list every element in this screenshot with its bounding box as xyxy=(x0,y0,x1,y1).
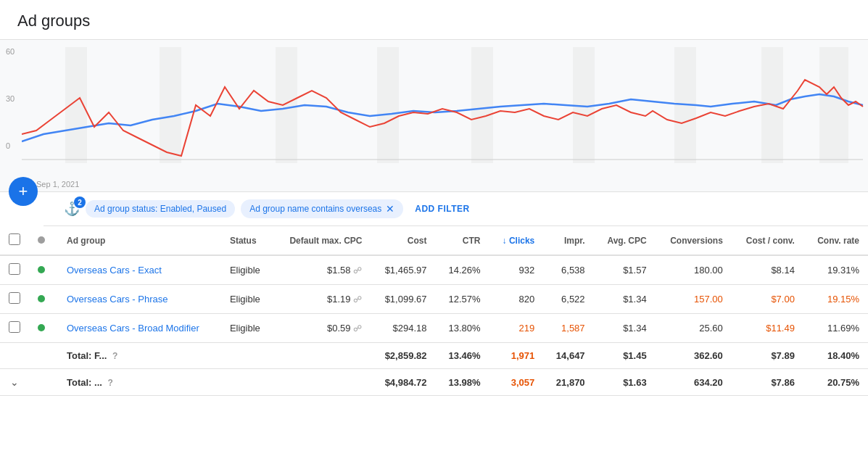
row2-cost: $1,099.67 xyxy=(371,285,435,314)
total-all-conversions: 634.20 xyxy=(656,369,732,396)
th-checkbox xyxy=(0,226,29,255)
row1-adgroup-link[interactable]: Overseas Cars - Exact xyxy=(67,265,162,276)
th-avg-cpc: Avg. CPC xyxy=(594,226,656,255)
row2-avg-cpc: $1.34 xyxy=(594,285,656,314)
total-filtered-row: Total: F... ? $2,859.82 13.46% 1,971 14,… xyxy=(0,343,868,369)
row1-conv-rate: 19.31% xyxy=(803,255,868,285)
th-cost-conv: Cost / conv. xyxy=(732,226,803,255)
total-all-cost-conv: $7.86 xyxy=(732,369,803,396)
svg-rect-3 xyxy=(377,47,399,163)
page-container: Ad groups 60 30 0 Sep 1, 2021 + xyxy=(0,0,868,451)
th-conv-rate: Conv. rate xyxy=(803,226,868,255)
row1-cost: $1,465.97 xyxy=(371,255,435,285)
th-ctr: CTR xyxy=(435,226,489,255)
row1-check xyxy=(0,255,29,285)
total-all-help-icon[interactable]: ? xyxy=(108,378,113,388)
svg-rect-2 xyxy=(276,47,297,163)
total-filtered-avg-cpc: $1.45 xyxy=(594,343,656,369)
svg-rect-8 xyxy=(819,47,848,163)
plus-icon: + xyxy=(19,182,28,201)
row1-adgroup: Overseas Cars - Exact xyxy=(58,255,221,285)
row3-cost: $294.18 xyxy=(371,314,435,343)
row1-cost-conv: $8.14 xyxy=(732,255,803,285)
chart-date-label: Sep 1, 2021 xyxy=(36,180,79,189)
filter-icon-wrap: ⚓ 2 xyxy=(64,201,80,217)
filter-chip-status-label: Ad group status: Enabled, Paused xyxy=(94,204,226,214)
row3-conv-rate: 11.69% xyxy=(803,314,868,343)
row3-clicks: 219 xyxy=(489,314,544,343)
row1-status-dot xyxy=(38,266,45,273)
total-all-clicks: 3,057 xyxy=(489,369,544,396)
row2-cost-conv: $7.00 xyxy=(732,285,803,314)
row1-edit-icon[interactable]: ☍ xyxy=(353,265,362,276)
row2-cpc: $1.19 ☍ xyxy=(273,285,371,314)
total-all-conv-rate: 20.75% xyxy=(803,369,868,396)
total-filtered-label: Total: F... ? xyxy=(58,343,221,369)
row1-dot xyxy=(29,255,58,285)
row3-cost-conv: $11.49 xyxy=(732,314,803,343)
select-all-checkbox[interactable] xyxy=(9,233,20,245)
filter-chip-name-label: Ad group name contains overseas xyxy=(249,204,381,214)
filter-chip-name[interactable]: Ad group name contains overseas ✕ xyxy=(241,199,403,218)
row2-checkbox[interactable] xyxy=(9,292,20,304)
total-all-impr: 21,870 xyxy=(543,369,593,396)
th-adgroup: Ad group xyxy=(58,226,221,255)
page-header: Ad groups xyxy=(0,0,868,40)
table-row: Overseas Cars - Broad Modifier Eligible … xyxy=(0,314,868,343)
filter-badge: 2 xyxy=(74,196,86,208)
total-filtered-ctr: 13.46% xyxy=(435,343,489,369)
row2-check xyxy=(0,285,29,314)
row2-adgroup: Overseas Cars - Phrase xyxy=(58,285,221,314)
y-label-60: 60 xyxy=(6,47,15,56)
row2-status-dot xyxy=(38,295,45,302)
table-header-row: Ad group Status Default max. CPC Cost CT… xyxy=(0,226,868,255)
page-title: Ad groups xyxy=(17,12,851,30)
total-filtered-cost-conv: $7.89 xyxy=(732,343,803,369)
row2-conversions: 157.00 xyxy=(656,285,732,314)
row3-adgroup-link[interactable]: Overseas Cars - Broad Modifier xyxy=(67,323,199,334)
filter-chip-status[interactable]: Ad group status: Enabled, Paused xyxy=(86,200,235,218)
row3-edit-icon[interactable]: ☍ xyxy=(353,323,362,334)
th-clicks[interactable]: ↓ Clicks xyxy=(489,226,544,255)
row2-dot xyxy=(29,285,58,314)
table-row: Overseas Cars - Exact Eligible $1.58 ☍ $… xyxy=(0,255,868,285)
th-cpc: Default max. CPC xyxy=(273,226,371,255)
row1-checkbox[interactable] xyxy=(9,263,20,275)
row2-edit-icon[interactable]: ☍ xyxy=(353,294,362,305)
row3-adgroup: Overseas Cars - Broad Modifier xyxy=(58,314,221,343)
svg-rect-1 xyxy=(160,47,181,163)
total-filtered-help-icon[interactable]: ? xyxy=(112,351,117,361)
row3-checkbox[interactable] xyxy=(9,321,20,333)
chip-close-icon[interactable]: ✕ xyxy=(386,203,394,215)
row3-check xyxy=(0,314,29,343)
table-row: Overseas Cars - Phrase Eligible $1.19 ☍ … xyxy=(0,285,868,314)
row1-ctr: 14.26% xyxy=(435,255,489,285)
filter-bar: ⚓ 2 Ad group status: Enabled, Paused Ad … xyxy=(44,192,868,226)
svg-rect-4 xyxy=(471,47,493,163)
ad-groups-table: Ad group Status Default max. CPC Cost CT… xyxy=(0,226,868,396)
row1-status: Eligible xyxy=(221,255,273,285)
row1-impr: 6,538 xyxy=(543,255,593,285)
expand-button[interactable]: ⌄ xyxy=(10,376,19,388)
row2-status: Eligible xyxy=(221,285,273,314)
total-all-cost: $4,984.72 xyxy=(371,369,435,396)
th-cost: Cost xyxy=(371,226,435,255)
th-dot xyxy=(29,226,58,255)
total-all-ctr: 13.98% xyxy=(435,369,489,396)
total-all-row: ⌄ Total: ... ? $4,984.72 13.98% 3,057 21… xyxy=(0,369,868,396)
row2-adgroup-link[interactable]: Overseas Cars - Phrase xyxy=(67,294,168,305)
row3-avg-cpc: $1.34 xyxy=(594,314,656,343)
th-conversions: Conversions xyxy=(656,226,732,255)
row1-conversions: 180.00 xyxy=(656,255,732,285)
total-filtered-clicks: 1,971 xyxy=(489,343,544,369)
add-filter-button[interactable]: ADD FILTER xyxy=(409,200,475,218)
row1-avg-cpc: $1.57 xyxy=(594,255,656,285)
add-button[interactable]: + xyxy=(9,177,38,206)
row3-conversions: 25.60 xyxy=(656,314,732,343)
th-impr: Impr. xyxy=(543,226,593,255)
row1-cpc: $1.58 ☍ xyxy=(273,255,371,285)
total-all-label: Total: ... ? xyxy=(58,369,221,396)
chart-area: 60 30 0 Sep 1, 2021 + xyxy=(0,40,868,192)
total-filtered-conversions: 362.60 xyxy=(656,343,732,369)
row3-impr: 1,587 xyxy=(543,314,593,343)
